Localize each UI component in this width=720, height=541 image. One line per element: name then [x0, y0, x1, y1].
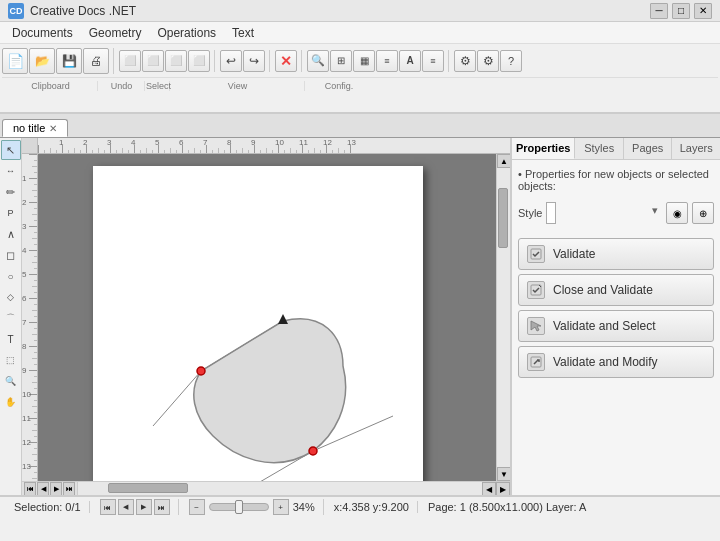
validate-select-label: Validate and Select	[553, 319, 656, 333]
nav-prev[interactable]: ◀	[37, 482, 49, 496]
new-doc-btn[interactable]: 📄	[2, 48, 28, 74]
tb-btn-2[interactable]: ⬜	[142, 50, 164, 72]
zoom-in-btn[interactable]: +	[273, 499, 289, 515]
svg-marker-6	[278, 314, 288, 324]
style-btn-2[interactable]: ⊕	[692, 202, 714, 224]
ruler-top: 12345678910111213	[22, 138, 510, 154]
menu-bar: Documents Geometry Operations Text	[0, 22, 720, 44]
status-nav-4[interactable]: ⏭	[154, 499, 170, 515]
app-icon: CD	[8, 3, 24, 19]
menu-operations[interactable]: Operations	[149, 24, 224, 42]
validate-modify-icon	[527, 353, 545, 371]
toolbar-area: 📄 📂 💾 🖨 | ⬜ ⬜ ⬜ ⬜ ↩ ↪	[0, 44, 720, 114]
print-btn[interactable]: 🖨	[83, 48, 109, 74]
tb-btn-3[interactable]: ⬜	[165, 50, 187, 72]
tb-view1[interactable]: ≡	[376, 50, 398, 72]
tb-config1[interactable]: ⚙	[454, 50, 476, 72]
tab-pages[interactable]: Pages	[624, 138, 673, 159]
zoom-thumb[interactable]	[235, 500, 243, 514]
tab-styles[interactable]: Styles	[575, 138, 624, 159]
maximize-button[interactable]: □	[672, 3, 690, 19]
scroll-h-track[interactable]	[78, 482, 482, 495]
lt-hand[interactable]: ✋	[1, 392, 21, 412]
validate-modify-label: Validate and Modify	[553, 355, 658, 369]
zoom-label: 34%	[293, 501, 315, 513]
nav-next[interactable]: ▶	[50, 482, 62, 496]
tb-select-x[interactable]: ✕	[275, 50, 297, 72]
tb-help[interactable]: ?	[500, 50, 522, 72]
validate-icon	[527, 245, 545, 263]
tb-text-a[interactable]: A	[399, 50, 421, 72]
tb-config2[interactable]: ⚙	[477, 50, 499, 72]
close-button[interactable]: ✕	[694, 3, 712, 19]
lt-point[interactable]: P	[1, 203, 21, 223]
config-label: Config.	[306, 81, 372, 91]
scroll-left-btn[interactable]: ◀	[482, 482, 496, 495]
scroll-down-btn[interactable]: ▼	[497, 467, 510, 481]
validate-label: Validate	[553, 247, 595, 261]
style-select[interactable]	[546, 202, 556, 224]
coords-text: x:4.358 y:9.200	[334, 501, 409, 513]
menu-geometry[interactable]: Geometry	[81, 24, 150, 42]
close-validate-btn[interactable]: Close and Validate	[518, 274, 714, 306]
doc-tab-close[interactable]: ✕	[49, 123, 57, 134]
minimize-button[interactable]: ─	[650, 3, 668, 19]
tb-btn-4[interactable]: ⬜	[188, 50, 210, 72]
lt-ellipse[interactable]: ○	[1, 266, 21, 286]
menu-documents[interactable]: Documents	[4, 24, 81, 42]
scroll-h-thumb[interactable]	[108, 483, 188, 493]
lt-image[interactable]: ⬚	[1, 350, 21, 370]
canvas-body: 123456789101112131415	[22, 154, 510, 481]
svg-point-5	[309, 447, 317, 455]
lt-pen[interactable]: ✏	[1, 182, 21, 202]
tb-grid1[interactable]: ⊞	[330, 50, 352, 72]
zoom-slider[interactable]	[209, 503, 269, 511]
style-row: Style ◉ ⊕	[518, 202, 714, 224]
horizontal-scrollbar[interactable]: ⏮ ◀ ▶ ⏭ ◀ ▶	[22, 481, 510, 495]
status-nav-1[interactable]: ⏮	[100, 499, 116, 515]
open-btn[interactable]: 📂	[29, 48, 55, 74]
tb-btn-1[interactable]: ⬜	[119, 50, 141, 72]
style-btn-1[interactable]: ◉	[666, 202, 688, 224]
nav-btns-seg: ⏮ ◀ ▶ ⏭	[92, 499, 179, 515]
zoom-out-btn[interactable]: −	[189, 499, 205, 515]
tb-zoom[interactable]: 🔍	[307, 50, 329, 72]
scroll-right-btn[interactable]: ▶	[496, 482, 510, 495]
lt-arc[interactable]: ⌒	[1, 308, 21, 328]
lt-select[interactable]: ↖	[1, 140, 21, 160]
validate-modify-btn[interactable]: Validate and Modify	[518, 346, 714, 378]
selection-seg: Selection: 0/1	[6, 501, 90, 513]
doc-tab-bar: no title ✕	[0, 114, 720, 138]
doc-tab[interactable]: no title ✕	[2, 119, 68, 137]
menu-text[interactable]: Text	[224, 24, 262, 42]
tb-undo[interactable]: ↩	[220, 50, 242, 72]
vertical-scrollbar[interactable]: ▲ ▼	[496, 154, 510, 481]
undo-label: Undo	[99, 81, 145, 91]
canvas-scroll[interactable]	[38, 154, 496, 481]
doc-tab-title: no title	[13, 122, 45, 134]
scroll-up-btn[interactable]: ▲	[497, 154, 510, 168]
scroll-v-track[interactable]	[497, 168, 510, 467]
tab-layers[interactable]: Layers	[672, 138, 720, 159]
lt-diamond[interactable]: ◇	[1, 287, 21, 307]
canvas-wrapper: 12345678910111213 123456789101112131415	[22, 138, 510, 495]
lt-text[interactable]: T	[1, 329, 21, 349]
tab-properties[interactable]: Properties	[512, 138, 575, 159]
tb-view2[interactable]: ≡	[422, 50, 444, 72]
validate-select-btn[interactable]: Validate and Select	[518, 310, 714, 342]
tb-grid2[interactable]: ▦	[353, 50, 375, 72]
lt-move[interactable]: ↔	[1, 161, 21, 181]
view-label: View	[171, 81, 305, 91]
lt-zoom-tool[interactable]: 🔍	[1, 371, 21, 391]
save-btn[interactable]: 💾	[56, 48, 82, 74]
tb-redo[interactable]: ↪	[243, 50, 265, 72]
status-nav-3[interactable]: ▶	[136, 499, 152, 515]
lt-rect[interactable]: ◻	[1, 245, 21, 265]
lt-node[interactable]: ∧	[1, 224, 21, 244]
status-nav-2[interactable]: ◀	[118, 499, 134, 515]
nav-last[interactable]: ⏭	[63, 482, 75, 496]
title-bar: CD Creative Docs .NET ─ □ ✕	[0, 0, 720, 22]
scroll-v-thumb[interactable]	[498, 188, 508, 248]
nav-first[interactable]: ⏮	[24, 482, 36, 496]
validate-btn[interactable]: Validate	[518, 238, 714, 270]
